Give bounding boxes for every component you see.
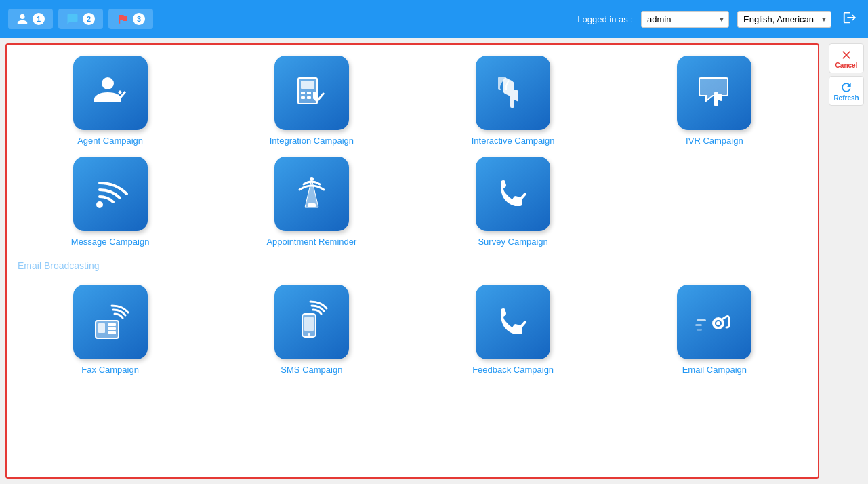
message-campaign-label: Message Campaign: [71, 237, 150, 247]
email-broadcasting-section: Email Broadcasting: [18, 260, 807, 271]
campaign-item-interactive[interactable]: Interactive Campaign: [421, 56, 606, 146]
svg-point-0: [102, 77, 114, 89]
sms-icon: [290, 300, 333, 344]
email-icon-box: [677, 285, 751, 359]
side-buttons: Cancel Refresh: [825, 38, 868, 111]
svg-rect-15: [108, 327, 116, 330]
integration-icon-box: [274, 56, 349, 130]
ivr-icon-box: [677, 56, 751, 130]
campaign-item-feedback[interactable]: Feedback Campaign: [421, 285, 606, 375]
svg-rect-3: [301, 92, 305, 94]
language-select[interactable]: English, American: [737, 11, 831, 28]
svg-rect-14: [108, 323, 116, 326]
sms-icon-box: [274, 285, 349, 359]
svg-rect-21: [695, 324, 702, 326]
feedback-icon: [491, 300, 535, 344]
appointment-icon-box: [274, 157, 349, 231]
fax-icon-box: [73, 285, 148, 359]
logged-in-label: Logged in as :: [577, 14, 633, 24]
header: 1 2 3 Logged in as : admin English, Amer…: [0, 0, 868, 38]
svg-rect-6: [307, 96, 311, 99]
integration-icon: [290, 71, 333, 115]
ivr-icon: [693, 71, 736, 115]
sms-campaign-label: SMS Campaign: [281, 365, 342, 375]
ivr-campaign-label: IVR Campaign: [686, 136, 743, 146]
appointment-campaign-label: Appointment Reminder: [266, 237, 356, 247]
agent-icon: [89, 71, 132, 115]
svg-point-8: [96, 201, 103, 208]
message-icon-box: [73, 157, 148, 231]
main-content: Agent Campaign Integra: [0, 38, 868, 484]
svg-point-19: [308, 333, 310, 336]
integration-campaign-label: Integration Campaign: [270, 136, 354, 146]
interactive-campaign-label: Interactive Campaign: [472, 136, 555, 146]
svg-rect-10: [308, 203, 316, 207]
svg-rect-22: [697, 329, 702, 331]
tab-2[interactable]: 2: [58, 9, 103, 29]
feedback-icon-box: [476, 285, 550, 359]
tab-3[interactable]: 3: [108, 9, 153, 29]
refresh-label: Refresh: [833, 94, 859, 102]
svg-rect-2: [301, 81, 314, 89]
tab3-badge: 3: [133, 13, 145, 25]
cancel-label: Cancel: [835, 62, 858, 69]
svg-rect-18: [304, 317, 314, 331]
svg-rect-16: [108, 331, 116, 334]
svg-rect-13: [98, 323, 105, 333]
survey-campaign-label: Survey Campaign: [478, 237, 547, 247]
campaign-item-message[interactable]: Message Campaign: [18, 157, 203, 247]
campaign-item-ivr[interactable]: IVR Campaign: [622, 56, 807, 146]
language-select-wrapper[interactable]: English, American: [737, 11, 831, 28]
logout-button[interactable]: [840, 7, 860, 31]
header-right: Logged in as : admin English, American: [577, 7, 860, 31]
email-campaign-label: Email Campaign: [682, 365, 747, 375]
campaign-item-integration[interactable]: Integration Campaign: [219, 56, 404, 146]
feedback-campaign-label: Feedback Campaign: [472, 365, 554, 375]
agent-icon-box: [73, 56, 148, 130]
campaign-item-fax[interactable]: Fax Campaign: [18, 285, 203, 375]
svg-point-24: [716, 321, 720, 325]
fax-icon: [89, 300, 132, 344]
svg-rect-5: [301, 96, 305, 99]
tab-1[interactable]: 1: [8, 9, 53, 29]
campaign-item-agent[interactable]: Agent Campaign: [18, 56, 203, 146]
interactive-icon-box: [476, 56, 550, 130]
campaign-item-sms[interactable]: SMS Campaign: [219, 285, 404, 375]
svg-rect-4: [307, 92, 311, 94]
campaign-grid: Agent Campaign Integra: [18, 56, 807, 375]
user-select-wrapper[interactable]: admin: [641, 11, 729, 28]
refresh-button[interactable]: Refresh: [829, 76, 864, 106]
fax-campaign-label: Fax Campaign: [81, 365, 139, 375]
cancel-button[interactable]: Cancel: [829, 43, 864, 73]
message-icon: [89, 172, 132, 216]
tab2-badge: 2: [83, 13, 95, 25]
campaign-item-appointment[interactable]: Appointment Reminder: [219, 157, 404, 247]
appointment-icon: [290, 172, 333, 216]
campaign-item-survey[interactable]: Survey Campaign: [421, 157, 606, 247]
campaign-container: Agent Campaign Integra: [5, 43, 819, 479]
survey-icon-box: [476, 157, 550, 231]
tab1-badge: 1: [33, 13, 45, 25]
svg-point-11: [310, 177, 314, 181]
email-icon: [693, 300, 736, 344]
user-select[interactable]: admin: [641, 11, 729, 28]
campaign-item-email[interactable]: Email Campaign: [622, 285, 807, 375]
interactive-icon: [491, 71, 535, 115]
svg-rect-20: [697, 319, 706, 321]
agent-campaign-label: Agent Campaign: [77, 136, 143, 146]
survey-icon: [491, 172, 535, 216]
